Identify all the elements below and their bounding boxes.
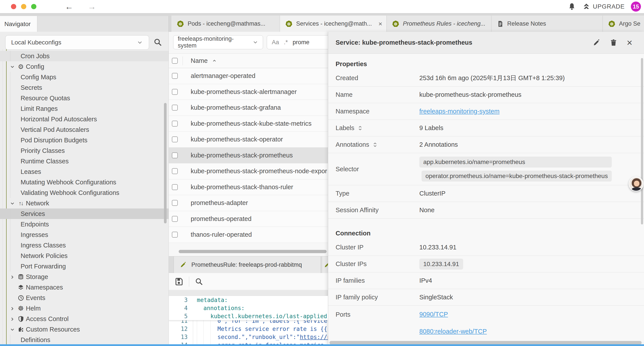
row-checkbox[interactable] [172, 152, 178, 158]
table-row-thanos-ruler-operated[interactable]: thanos-ruler-operated [169, 227, 328, 243]
table-row-prometheus-adapter[interactable]: prometheus-adapter [169, 195, 328, 211]
tree-item-label: Vertical Pod Autoscalers [20, 126, 89, 133]
row-checkbox[interactable] [172, 105, 178, 111]
sidebar-item-events[interactable]: Events [0, 293, 169, 303]
back-arrow-icon[interactable]: ← [65, 1, 73, 12]
document-tab-4[interactable]: Release Notes [492, 15, 603, 32]
table-row-kube-prometheus-stack-operator[interactable]: kube-prometheus-stack-operator [169, 132, 328, 148]
sidebar-scrollbar[interactable] [164, 103, 166, 223]
match-case-icon[interactable]: Aa [272, 39, 279, 46]
expander-icon[interactable] [372, 142, 378, 148]
sidebar-item-custom-resources[interactable]: Custom Resources [0, 324, 169, 335]
sidebar-item-secrets[interactable]: Secrets [0, 82, 169, 93]
yaml-editor[interactable]: 3metadata:4annotations:5kubectl.kubernet… [169, 296, 328, 346]
sidebar-item-horizontal-pod-autoscalers[interactable]: Horizontal Pod Autoscalers [0, 114, 169, 124]
row-checkbox[interactable] [172, 73, 178, 79]
table-search-input[interactable]: Aa .* prome [267, 35, 328, 49]
sidebar-item-runtime-classes[interactable]: Runtime Classes [0, 156, 169, 166]
kubeconfig-select[interactable]: Local Kubeconfigs [5, 35, 149, 50]
detail-horizontal-scrollbar[interactable] [330, 341, 642, 345]
editor-tab-partial[interactable] [322, 256, 328, 273]
editor-tab-label: PrometheusRule: freeleaps-prod-rabbitmq [191, 262, 302, 268]
delete-icon[interactable] [610, 39, 618, 47]
document-tab-2[interactable]: ☸Services - icecheng@math...× [280, 15, 387, 32]
sidebar-item-ingresses[interactable]: Ingresses [0, 230, 169, 240]
sidebar-item-vertical-pod-autoscalers[interactable]: Vertical Pod Autoscalers [0, 124, 169, 135]
save-icon[interactable] [174, 277, 183, 286]
bell-icon[interactable] [568, 2, 576, 11]
table-row-kube-prometheus-stack-prometheus[interactable]: kube-prometheus-stack-prometheus [169, 148, 328, 164]
table-row-kube-prometheus-stack-alertmanager[interactable]: kube-prometheus-stack-alertmanager [169, 84, 328, 100]
sidebar-item-resource-quotas[interactable]: Resource Quotas [0, 93, 169, 103]
editor-tab-prometheusrule[interactable]: PrometheusRule: freeleaps-prod-rabbitmq [174, 256, 321, 273]
sidebar-item-namespaces[interactable]: Namespaces [0, 282, 169, 293]
editor-search-icon[interactable] [195, 278, 203, 286]
sidebar-item-network[interactable]: ↑↓Network [0, 198, 169, 209]
sidebar-item-config[interactable]: ⚙Config [0, 61, 169, 72]
upgrade-button[interactable]: UPGRADE [582, 3, 625, 10]
sidebar-item-cron-jobs[interactable]: Cron Jobs [0, 51, 169, 61]
sidebar-item-storage[interactable]: Storage [0, 272, 169, 282]
select-all-checkbox[interactable] [172, 58, 178, 64]
tree-item-label: Network Policies [20, 252, 68, 260]
tab-close-icon[interactable]: × [378, 20, 382, 27]
detail-label: IP family policy [328, 294, 419, 301]
traffic-light-minimize[interactable] [21, 4, 26, 9]
expander-icon[interactable] [357, 125, 363, 131]
detail-vertical-scrollbar[interactable] [641, 58, 643, 224]
sidebar-item-ingress-classes[interactable]: Ingress Classes [0, 240, 169, 251]
sidebar-item-helm[interactable]: ☸Helm [0, 303, 169, 314]
document-tab-1[interactable]: ☸Pods - icecheng@mathmas... [172, 15, 280, 32]
port-link[interactable]: 9090/TCP [419, 311, 448, 318]
namespace-select[interactable]: freeleaps-monitoring-system [173, 35, 263, 49]
sidebar-item-endpoints[interactable]: Endpoints [0, 219, 169, 230]
sidebar-item-services[interactable]: Services [0, 209, 169, 219]
row-checkbox[interactable] [172, 216, 178, 222]
table-row-kube-prometheus-stack-grafana[interactable]: kube-prometheus-stack-grafana [169, 100, 328, 116]
table-row-kube-prometheus-stack-prometheus-node-expor[interactable]: kube-prometheus-stack-prometheus-node-ex… [169, 163, 328, 179]
table-row-prometheus-operated[interactable]: prometheus-operated [169, 211, 328, 227]
detail-row-cluster-ips: Cluster IPs10.233.14.91 [328, 256, 644, 272]
assistant-avatar[interactable] [629, 177, 644, 191]
detail-value: 9 Labels [419, 124, 444, 132]
namespace-link[interactable]: freeleaps-monitoring-system [419, 108, 500, 115]
row-checkbox[interactable] [172, 232, 178, 238]
sidebar-item-leases[interactable]: Leases [0, 166, 169, 177]
sidebar-item-limit-ranges[interactable]: Limit Ranges [0, 103, 169, 114]
port-link[interactable]: 8080:reloader-web/TCP [419, 328, 487, 335]
regex-icon[interactable]: .* [284, 39, 288, 46]
sidebar-item-access-control[interactable]: Access Control [0, 314, 169, 324]
table-row-kube-prometheus-stack-thanos-ruler[interactable]: kube-prometheus-stack-thanos-ruler [169, 179, 328, 195]
forward-arrow-icon[interactable]: → [88, 1, 96, 12]
sidebar-item-priority-classes[interactable]: Priority Classes [0, 145, 169, 156]
tab-navigator[interactable]: Navigator [0, 16, 37, 32]
row-checkbox[interactable] [172, 200, 178, 206]
row-checkbox[interactable] [172, 89, 178, 95]
row-checkbox[interactable] [172, 184, 178, 190]
table-row-kube-prometheus-stack-kube-state-metrics[interactable]: kube-prometheus-stack-kube-state-metrics [169, 116, 328, 132]
sidebar-item-mutating-webhook-configurations[interactable]: Mutating Webhook Configurations [0, 177, 169, 187]
document-tab-3[interactable]: ☸Prometheus Rules - icecheng... [387, 15, 492, 32]
close-icon[interactable]: × [627, 38, 632, 47]
traffic-light-close[interactable] [11, 4, 16, 9]
search-icon[interactable] [154, 38, 162, 47]
sidebar-item-validating-webhook-configurations[interactable]: Validating Webhook Configurations [0, 187, 169, 198]
sidebar-item-config-maps[interactable]: Config Maps [0, 72, 169, 82]
code-link[interactable]: https://net [300, 334, 328, 340]
editor-strip [169, 290, 328, 296]
sidebar-item-network-policies[interactable]: Network Policies [0, 251, 169, 261]
service-detail-panel: Service: kube-prometheus-stack-prometheu… [328, 32, 644, 346]
sidebar-item-pod-disruption-budgets[interactable]: Pod Disruption Budgets [0, 135, 169, 145]
table-horizontal-scrollbar[interactable] [179, 250, 326, 253]
row-checkbox[interactable] [172, 168, 178, 174]
traffic-light-maximize[interactable] [31, 4, 36, 9]
table-row-alertmanager-operated[interactable]: alertmanager-operated [169, 68, 328, 84]
row-checkbox[interactable] [172, 121, 178, 127]
document-tab-5[interactable]: ☸Argo Se [603, 15, 644, 32]
sidebar-item-port-forwarding[interactable]: Port Forwarding [0, 261, 169, 272]
row-checkbox[interactable] [172, 136, 178, 142]
sidebar-item-definitions[interactable]: Definitions [0, 335, 169, 345]
column-header-name[interactable]: Name [191, 57, 217, 64]
avatar-notification-badge[interactable]: 15 [631, 1, 641, 11]
edit-icon[interactable] [592, 39, 600, 47]
